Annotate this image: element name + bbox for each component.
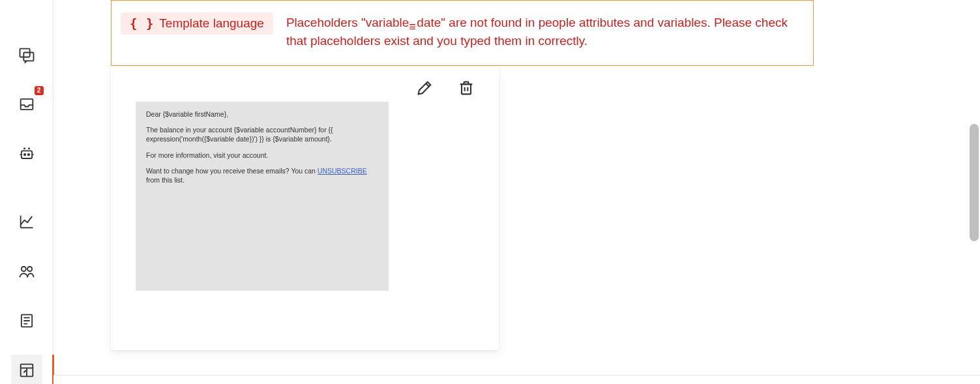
nav-inbox-badge: 2 [35, 86, 44, 95]
preview-body-1: The balance in your account {$variable a… [146, 125, 378, 143]
svg-point-4 [23, 148, 24, 149]
braces-icon: { } [130, 16, 154, 31]
preview-greeting: Dear {$variable firstName}, [146, 110, 378, 119]
svg-rect-12 [462, 84, 471, 94]
main-content: { } Template language Placeholders "vari… [53, 0, 980, 384]
svg-rect-3 [21, 151, 31, 158]
edit-button[interactable] [415, 79, 434, 97]
nav-people[interactable] [11, 256, 42, 287]
footer-divider [53, 375, 980, 384]
sidebar: 2 [0, 0, 53, 384]
svg-point-6 [23, 154, 25, 155]
preview-footer: Want to change how you receive these ema… [146, 166, 378, 185]
svg-rect-2 [20, 99, 33, 110]
scrollbar-thumb[interactable] [970, 124, 979, 241]
nav-analytics[interactable] [11, 206, 42, 237]
template-warning-banner: { } Template language Placeholders "vari… [111, 0, 814, 66]
nav-bot[interactable] [11, 138, 42, 170]
nav-templates[interactable] [11, 355, 42, 384]
svg-point-7 [27, 154, 29, 155]
template-language-chip-label: Template language [159, 16, 264, 31]
email-preview: Dear {$variable firstName}, The balance … [136, 102, 389, 291]
svg-point-9 [27, 267, 32, 271]
nav-inbox[interactable]: 2 [11, 89, 42, 120]
warning-message: Placeholders "variabledate" are not foun… [286, 12, 799, 50]
card-toolbar [415, 79, 475, 97]
nav-docs[interactable] [11, 305, 42, 336]
unsubscribe-link[interactable]: UNSUBSCRIBE [318, 167, 367, 175]
svg-point-8 [21, 267, 25, 271]
template-language-chip: { } Template language [121, 12, 273, 35]
preview-body-2: For more information, visit your account… [146, 151, 378, 160]
template-card: Dear {$variable firstName}, The balance … [111, 66, 499, 350]
svg-point-5 [28, 148, 29, 149]
delete-button[interactable] [457, 79, 475, 97]
unicode-block-icon [409, 19, 417, 28]
nav-conversations[interactable] [11, 39, 42, 70]
